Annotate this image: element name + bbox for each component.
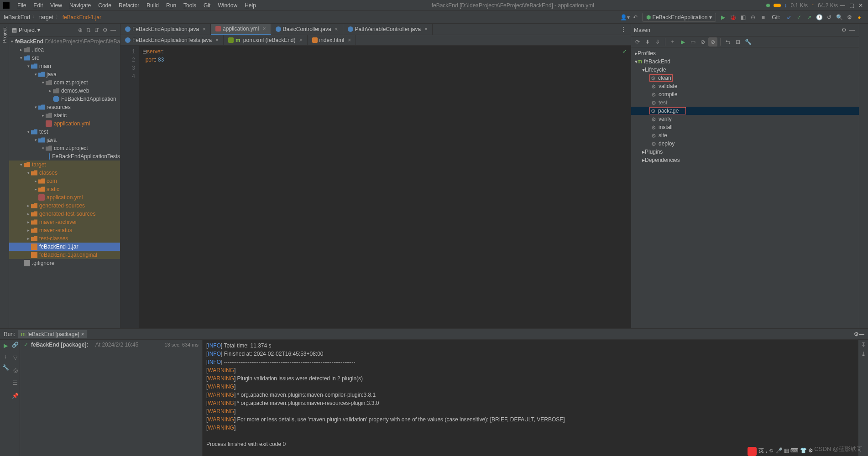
sogou-icon[interactable] [748, 447, 757, 456]
spring-icon: ⬢ [646, 14, 651, 21]
tab-febackendapp[interactable]: FeBackEndApplication.java× [120, 24, 211, 35]
tab-pom[interactable]: mpom.xml (feBackEnd)× [224, 35, 307, 45]
tab-pathvariable[interactable]: PathVariableController.java× [343, 24, 433, 35]
hide-panel-button[interactable]: — [109, 27, 117, 33]
search-everywhere-button[interactable]: 🔍 [834, 12, 844, 22]
project-tool-tab[interactable]: Project [1, 24, 8, 47]
profile-button[interactable]: ⊙ [748, 12, 758, 22]
breadcrumb-target[interactable]: target [39, 14, 53, 21]
editor-tabs-row2: FeBackEndApplicationTests.java× mpom.xml… [120, 35, 631, 46]
close-icon[interactable]: × [335, 26, 338, 32]
maven-collapse-button[interactable]: ⊟ [733, 37, 743, 47]
git-history-button[interactable]: 🕐 [814, 12, 824, 22]
panel-settings-button[interactable]: ⚙ [101, 27, 109, 33]
project-tree[interactable]: ▾feBackEnd D:\IdeaProjects\FeProject\feB… [9, 36, 120, 328]
avatar-icon[interactable]: ● [854, 12, 864, 22]
git-rollback-button[interactable]: ↺ [824, 12, 834, 22]
git-label: Git: [772, 14, 780, 21]
tab-basiccontroller[interactable]: BasicController.java× [271, 24, 343, 35]
tabs-menu-button[interactable]: ⋮ [616, 24, 631, 35]
inspection-ok-icon[interactable]: ✓ [622, 48, 627, 55]
pin-icon[interactable]: 📌 [12, 393, 19, 399]
settings-button[interactable]: ⚙ [844, 12, 854, 22]
link-icon[interactable]: 🔗 [12, 342, 19, 348]
maven-tree[interactable]: ▸Profiles ▾mfeBackEnd ▾Lifecycle ⚙clean … [631, 47, 859, 328]
tab-application-yml[interactable]: application.yml× [211, 24, 271, 35]
maximize-button[interactable]: ▢ [847, 2, 856, 9]
run-label: Run: [4, 331, 15, 337]
menu-file[interactable]: File [14, 1, 30, 10]
menu-tools[interactable]: Tools [180, 1, 200, 10]
close-icon[interactable]: × [215, 37, 219, 43]
menu-view[interactable]: View [47, 1, 66, 10]
wrench-icon[interactable]: 🔧 [2, 364, 9, 371]
maven-settings2-button[interactable]: 🔧 [743, 37, 753, 47]
menubar: File Edit View Navigate Code Refactor Bu… [0, 0, 868, 11]
minimize-button[interactable]: — [838, 2, 847, 9]
coverage-button[interactable]: ◧ [738, 12, 748, 22]
run-config-dropdown[interactable]: ⬢ FeBackEndApplication▾ [642, 13, 716, 22]
menu-git[interactable]: Git [200, 1, 214, 10]
select-opened-file-button[interactable]: ⊕ [76, 27, 84, 33]
maven-download-button[interactable]: ⇩ [653, 37, 662, 47]
rerun-button[interactable]: ▶ [4, 342, 8, 349]
soft-wrap-icon[interactable]: ↧ [861, 342, 866, 348]
run-panel-settings-button[interactable]: ⚙ [854, 331, 859, 337]
maven-add-button[interactable]: ＋ [668, 37, 677, 47]
expand-all-button[interactable]: ⇅ [84, 27, 93, 33]
back-button[interactable]: ↶ [630, 12, 640, 22]
scroll-end-icon[interactable]: ⤓ [861, 351, 866, 357]
git-commit-button[interactable]: ✓ [794, 12, 804, 22]
maven-hide-button[interactable]: — [848, 27, 856, 33]
close-window-button[interactable]: ✕ [856, 2, 865, 9]
breadcrumb-jar[interactable]: feBackEnd-1.jar [63, 14, 101, 21]
gear-icon: ⚙ [651, 124, 657, 130]
collapse-all-button[interactable]: ⇵ [93, 27, 101, 33]
project-panel-title: Project [19, 27, 36, 33]
close-icon[interactable]: × [299, 37, 302, 43]
maven-generate-button[interactable]: ⬇ [643, 37, 652, 47]
run-button[interactable]: ▶ [718, 12, 728, 22]
debug-button[interactable]: 🐞 [728, 12, 738, 22]
editor-tabs-row1: FeBackEndApplication.java× application.y… [120, 24, 631, 35]
tab-index[interactable]: index.html× [308, 35, 356, 45]
maven-skip-tests-button[interactable]: ⊘ [708, 37, 717, 47]
breadcrumb-root[interactable]: feBackEnd [4, 14, 30, 21]
maven-package-node: ⚙package [631, 107, 859, 115]
stop-button[interactable]: ■ [758, 12, 768, 22]
close-icon[interactable]: × [81, 331, 84, 337]
stop-run-button[interactable]: ↓ [4, 353, 7, 360]
maven-settings-button[interactable]: ⚙ [840, 27, 848, 33]
user-icon[interactable]: 👤▾ [620, 12, 630, 22]
menu-window[interactable]: Window [214, 1, 241, 10]
console-output[interactable]: [INFO] Total time: 11.374 s [INFO] Finis… [203, 340, 858, 456]
close-icon[interactable]: × [203, 26, 206, 32]
run-tab[interactable]: mfeBackEnd [package]× [18, 330, 87, 338]
maven-reload-button[interactable]: ⟳ [633, 37, 642, 47]
code-editor[interactable]: 1234 ⊟server: port: 83 ✓ [120, 46, 631, 328]
menu-refactor[interactable]: Refactor [115, 1, 143, 10]
status-dot-green-icon [766, 4, 770, 7]
funnel-icon[interactable]: ▽ [13, 354, 17, 361]
tab-tests[interactable]: FeBackEndApplicationTests.java× [120, 35, 224, 45]
close-icon[interactable]: × [262, 26, 266, 32]
list-icon[interactable]: ☰ [13, 380, 18, 386]
git-update-button[interactable]: ↙ [784, 12, 794, 22]
menu-build[interactable]: Build [143, 1, 162, 10]
run-tree[interactable]: ✓feBackEnd [package]: At 2024/2/2 16:451… [20, 340, 203, 456]
ide-logo-icon [3, 2, 10, 9]
close-icon[interactable]: × [424, 26, 428, 32]
menu-code[interactable]: Code [94, 1, 115, 10]
menu-navigate[interactable]: Navigate [66, 1, 94, 10]
run-panel-hide-button[interactable]: — [859, 331, 864, 337]
close-icon[interactable]: × [348, 37, 351, 43]
maven-run-button[interactable]: ▶ [678, 37, 687, 47]
target-icon[interactable]: ◎ [13, 367, 18, 373]
maven-show-deps-button[interactable]: ⇆ [723, 37, 732, 47]
maven-toggle-offline-button[interactable]: ⊘ [698, 37, 707, 47]
menu-help[interactable]: Help [241, 1, 260, 10]
menu-edit[interactable]: Edit [30, 1, 47, 10]
git-push-button[interactable]: ↗ [804, 12, 814, 22]
maven-execute-button[interactable]: ▭ [688, 37, 697, 47]
menu-run[interactable]: Run [162, 1, 180, 10]
